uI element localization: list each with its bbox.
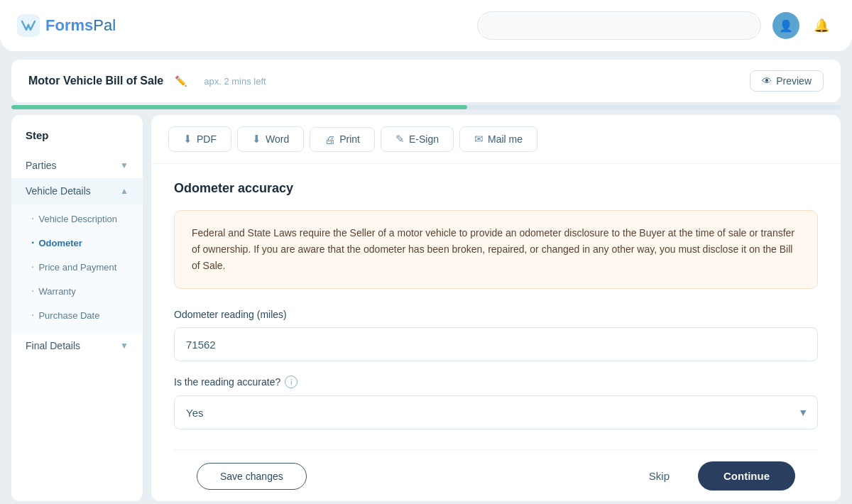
tab-print[interactable]: 🖨 Print <box>310 127 375 152</box>
skip-button[interactable]: Skip <box>632 463 687 489</box>
accuracy-select-wrap: Yes No Not sure ▼ <box>174 395 818 429</box>
chevron-down-icon-final: ▼ <box>120 341 129 351</box>
accuracy-label: Is the reading accurate? i <box>174 376 818 388</box>
tab-word[interactable]: ⬇ Word <box>237 126 304 152</box>
tab-pdf[interactable]: ⬇ PDF <box>168 126 231 152</box>
info-icon[interactable]: i <box>285 376 297 388</box>
sidebar-item-final-details[interactable]: Final Details ▼ <box>11 333 143 358</box>
user-icon: 👤 <box>779 19 793 33</box>
print-icon: 🖨 <box>324 133 335 146</box>
chevron-down-icon: ▼ <box>120 160 129 170</box>
subheader: Motor Vehicle Bill of Sale ✏️ apx. 2 min… <box>11 60 841 102</box>
continue-button[interactable]: Continue <box>698 461 795 491</box>
tab-mail[interactable]: ✉ Mail me <box>459 126 537 152</box>
tab-esign[interactable]: ✎ E-Sign <box>381 126 454 152</box>
notification-button[interactable]: 🔔 <box>808 12 835 39</box>
header: FormsPal 👤 🔔 <box>0 0 852 51</box>
time-left: apx. 2 mins left <box>204 76 266 87</box>
preview-button[interactable]: 👁 Preview <box>750 70 824 92</box>
sidebar-sub-items-vehicle: Vehicle Description Odometer Price and P… <box>11 204 143 333</box>
sidebar: Step Parties ▼ Vehicle Details ▲ Vehicle… <box>11 115 143 501</box>
toolbar-tabs: ⬇ PDF ⬇ Word 🖨 Print ✎ E-Sign ✉ Mail me <box>151 115 841 164</box>
sidebar-title: Step <box>11 129 143 153</box>
logo-icon <box>17 14 40 37</box>
sidebar-item-vehicle-description[interactable]: Vehicle Description <box>11 207 143 231</box>
chevron-up-icon: ▲ <box>120 186 129 196</box>
sidebar-section-final-details: Final Details ▼ <box>11 333 143 358</box>
action-bar: Save changes Skip Continue <box>174 449 818 501</box>
doc-title: Motor Vehicle Bill of Sale <box>28 75 163 87</box>
bell-icon: 🔔 <box>814 18 829 33</box>
sidebar-item-purchase-date[interactable]: Purchase Date <box>11 303 143 327</box>
download-word-icon: ⬇ <box>252 133 261 146</box>
info-box-text: Federal and State Laws require the Selle… <box>192 225 800 274</box>
search-input[interactable] <box>477 11 761 40</box>
odometer-input[interactable] <box>174 327 818 361</box>
content-area: ⬇ PDF ⬇ Word 🖨 Print ✎ E-Sign ✉ Mail me … <box>151 115 841 501</box>
sidebar-section-vehicle-details: Vehicle Details ▲ Vehicle Description Od… <box>11 178 143 333</box>
logo-area: FormsPal <box>17 14 173 37</box>
search-area[interactable] <box>477 11 761 40</box>
esign-icon: ✎ <box>395 133 405 146</box>
sidebar-section-parties: Parties ▼ <box>11 153 143 178</box>
user-avatar-button[interactable]: 👤 <box>772 12 799 39</box>
progress-bar-fill <box>11 105 467 109</box>
sidebar-item-price-payment[interactable]: Price and Payment <box>11 255 143 279</box>
mail-icon: ✉ <box>474 133 484 146</box>
section-title: Odometer accuracy <box>174 181 818 196</box>
odometer-label: Odometer reading (miles) <box>174 309 818 320</box>
accuracy-select[interactable]: Yes No Not sure <box>174 395 818 429</box>
sidebar-item-parties[interactable]: Parties ▼ <box>11 153 143 178</box>
info-box: Federal and State Laws require the Selle… <box>174 210 818 289</box>
save-changes-button[interactable]: Save changes <box>197 463 307 490</box>
edit-icon[interactable]: ✏️ <box>175 75 187 87</box>
progress-bar <box>11 105 841 109</box>
content-body: Odometer accuracy Federal and State Laws… <box>151 164 841 501</box>
eye-icon: 👁 <box>762 75 772 87</box>
logo-text: FormsPal <box>45 16 116 35</box>
sidebar-item-vehicle-details[interactable]: Vehicle Details ▲ <box>11 178 143 204</box>
header-icons: 👤 🔔 <box>772 12 835 39</box>
download-pdf-icon: ⬇ <box>183 133 192 146</box>
sidebar-item-warranty[interactable]: Warranty <box>11 279 143 303</box>
sidebar-item-odometer[interactable]: Odometer <box>11 231 143 255</box>
main-area: Step Parties ▼ Vehicle Details ▲ Vehicle… <box>11 115 841 501</box>
